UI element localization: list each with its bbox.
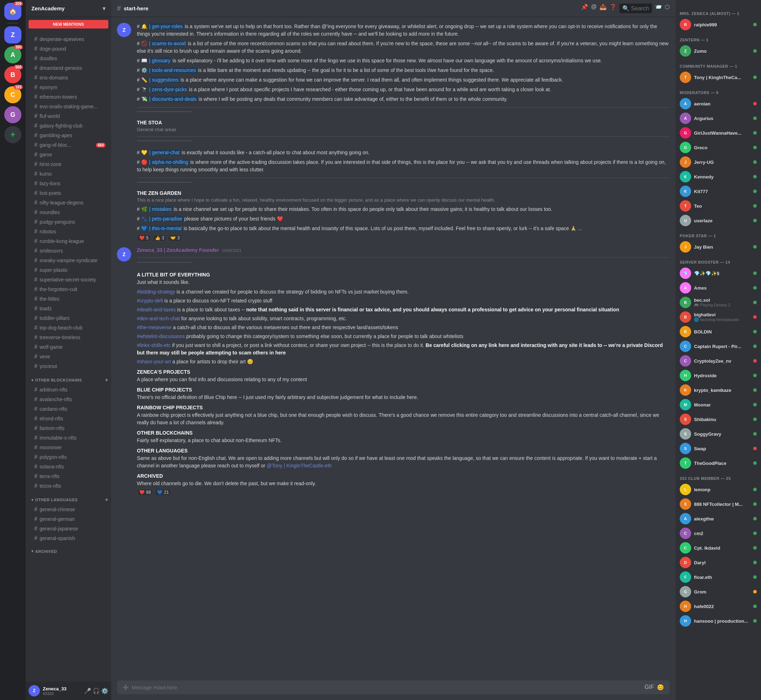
member-item-cm2[interactable]: C cm2 <box>677 526 759 541</box>
channel-item-polygon[interactable]: # polygon-nfts <box>28 452 108 462</box>
channel-item-german[interactable]: # general-german <box>28 514 108 523</box>
member-item-ralphie[interactable]: R ralphie999 <box>677 17 759 32</box>
inbox2-icon[interactable]: 📨 <box>655 3 662 13</box>
channel-item-eponym[interactable]: # eponym <box>28 83 108 92</box>
member-item-jay-bien[interactable]: J Jay Bien <box>677 240 759 254</box>
channel-item-kumo[interactable]: # kumo <box>28 169 108 178</box>
server-icon-zenacademy[interactable]: Z <box>4 27 21 44</box>
member-item-krypto[interactable]: K krypto_kamikaze <box>677 383 759 397</box>
channel-item-doodles[interactable]: # doodles <box>28 54 108 63</box>
mention-icon[interactable]: @ <box>591 3 597 13</box>
channel-item-terra[interactable]: # terra-nfts <box>28 472 108 481</box>
member-item-888nft[interactable]: 8 888 NFTcollector | M... <box>677 497 759 511</box>
reaction-thumbs[interactable]: 👍3 <box>153 234 167 242</box>
channel-item-galaxy-fighting[interactable]: # galaxy-fighting-club <box>28 121 108 130</box>
mention-link[interactable]: @Tony | KingInTheCastle.eth <box>267 463 332 469</box>
channel-item-avalanche[interactable]: # avalanche-nfts <box>28 395 108 404</box>
emoji-icon[interactable]: 😊 <box>657 684 664 691</box>
inbox-icon[interactable]: 📥 <box>600 3 607 13</box>
channel-link[interactable]: #death-and-taxes <box>137 307 176 312</box>
help-icon[interactable]: ❓ <box>609 3 617 13</box>
member-item-aeroian[interactable]: A aeroian <box>677 97 759 111</box>
channel-item-lost-poets[interactable]: # lost-poets <box>28 189 108 198</box>
gif-button[interactable]: GIF <box>644 684 654 691</box>
popout-icon[interactable]: ⬡ <box>665 3 670 13</box>
member-item-captain-rupert[interactable]: C Captain Rupert - Pir... <box>677 339 759 353</box>
new-mentions-button[interactable]: NEW MENTIONS <box>28 20 108 28</box>
member-item-shibakinu[interactable]: S Shibakinu <box>677 412 759 427</box>
channel-item-doge-pound[interactable]: # doge-pound <box>28 44 108 53</box>
channel-link[interactable]: #the-metaverse <box>137 325 171 330</box>
channel-item-pudgy[interactable]: # pudgy-penguins <box>28 217 108 227</box>
channel-item-forgotten-cult[interactable]: # the-forgotten-cult <box>28 284 108 294</box>
member-item-cryptolayzee[interactable]: C CryptolayZee_nv <box>677 354 759 368</box>
category-other-languages[interactable]: ▾ OTHER LANGUAGES + <box>26 491 111 505</box>
add-file-icon[interactable]: ➕ <box>123 685 129 691</box>
channel-item-fluf-world[interactable]: # fluf-world <box>28 111 108 121</box>
channel-item-garve[interactable]: # garve <box>28 150 108 159</box>
channel-item-ens-domains[interactable]: # ens-domains <box>28 73 108 82</box>
channel-item-spanish[interactable]: # general-spanish <box>28 534 108 543</box>
channel-item-wolf-game[interactable]: # wolf-game <box>28 342 108 352</box>
channel-item-noundles[interactable]: # noundles <box>28 208 108 217</box>
channel-item-japanese[interactable]: # general-japanese <box>28 524 108 533</box>
member-item-soggy-gravy[interactable]: S SoggyGravy <box>677 427 759 441</box>
channel-link[interactable]: #dev-and-tech-chat <box>137 316 180 321</box>
member-item-tony[interactable]: T Tony | KingInTheCa... <box>677 70 759 84</box>
channel-link[interactable]: #bidding-strategy <box>137 289 175 295</box>
member-item-kennedy[interactable]: K Kennedy <box>677 170 759 184</box>
channel-link[interactable]: #links-shills-etc <box>137 342 171 348</box>
server-header[interactable]: ZenAcademy ▾ <box>26 0 111 17</box>
member-item-boldin[interactable]: B BOLDIN <box>677 325 759 339</box>
add-channel-icon[interactable]: + <box>105 497 108 503</box>
channel-item-desperate-apewives[interactable]: # desperate-apewives <box>28 34 108 44</box>
channel-link[interactable]: #crypto-defi <box>137 298 163 303</box>
member-item-hansooo[interactable]: H hansooo | prouduction... <box>677 614 759 628</box>
member-item-jerry[interactable]: J Jerry-UG <box>677 155 759 169</box>
channel-item-gang-of-bloc[interactable]: # gang-of-bloc... 664 <box>28 141 108 150</box>
channel-item-robotos[interactable]: # robotos <box>28 227 108 236</box>
reaction-heart[interactable]: ❤️5 <box>137 234 151 242</box>
channel-item-elrond[interactable]: # elrond-nfts <box>28 414 108 423</box>
member-item-teo[interactable]: T Teo <box>677 199 759 213</box>
server-icon-4[interactable]: C 183 <box>4 86 21 103</box>
server-icon-add[interactable]: + <box>4 126 21 143</box>
channel-item-superlative[interactable]: # superlative-secret-society <box>28 275 108 284</box>
channel-item-dreamland-genesis[interactable]: # dreamland-genesis <box>28 63 108 73</box>
server-icon-3[interactable]: B 560 <box>4 66 21 83</box>
channel-item-toadz[interactable]: # toadz <box>28 304 108 313</box>
channel-item-smilessvrs[interactable]: # smilessvrs <box>28 246 108 255</box>
category-other-blockchains[interactable]: ▾ OTHER BLOCKCHAINS + <box>26 371 111 385</box>
reaction-handshake[interactable]: 🤝3 <box>168 234 182 242</box>
search-bar[interactable]: 🔍 Search <box>620 3 652 13</box>
headphone-icon[interactable]: 🎧 <box>93 688 100 694</box>
member-item-daryl[interactable]: D Daryl <box>677 555 759 570</box>
channel-item-moonriver[interactable]: # moonriver <box>28 443 108 452</box>
channel-item-fantom[interactable]: # fantom-nfts <box>28 423 108 433</box>
member-item-girljust[interactable]: G GirlJustWannaHave... <box>677 126 759 140</box>
server-icon-2[interactable]: A 390 <box>4 46 21 63</box>
channel-item-hirst-zone[interactable]: # hirst-zone <box>28 159 108 169</box>
server-icon-gaming[interactable]: G <box>4 106 21 123</box>
member-item-swap[interactable]: S Swap <box>677 441 759 456</box>
member-item-ames[interactable]: A Ames <box>677 281 759 295</box>
message-input[interactable] <box>132 685 642 691</box>
channel-item-rumble-kong[interactable]: # rumble-kong-league <box>28 236 108 246</box>
server-icon-home[interactable]: 🏠 209 <box>4 3 21 20</box>
member-item-zumo[interactable]: Z Zumo <box>677 44 759 58</box>
member-item-userlaze[interactable]: U userlaze <box>677 213 759 228</box>
reaction-blue-heart[interactable]: 💙21 <box>155 489 171 496</box>
channel-item-solana[interactable]: # solana-nfts <box>28 462 108 471</box>
channel-item-veve[interactable]: # veve <box>28 352 108 361</box>
member-item-argurius[interactable]: A Argurius <box>677 111 759 125</box>
channel-item-ethereum-towers[interactable]: # ethereum-towers <box>28 92 108 102</box>
channel-link[interactable]: #share-your-art <box>137 359 171 364</box>
member-item-lemonp[interactable]: L lemonp <box>677 482 759 497</box>
member-item-bighatlevi[interactable]: B bighatlevi 🌐 factoring hectopascals <box>677 310 759 324</box>
channel-item-littles[interactable]: # the-littles <box>28 294 108 303</box>
microphone-icon[interactable]: 🎤 <box>84 688 91 694</box>
channel-item-evo-snails[interactable]: # evo-snails-staking-game... <box>28 102 108 111</box>
member-item-hydroxide[interactable]: H Hydroxide <box>677 368 759 383</box>
channel-item-sneaky-vampire[interactable]: # sneaky-vampire-syndicate <box>28 256 108 265</box>
member-item-cpt-ikdavid[interactable]: C Cpt. Ikdavid <box>677 541 759 555</box>
